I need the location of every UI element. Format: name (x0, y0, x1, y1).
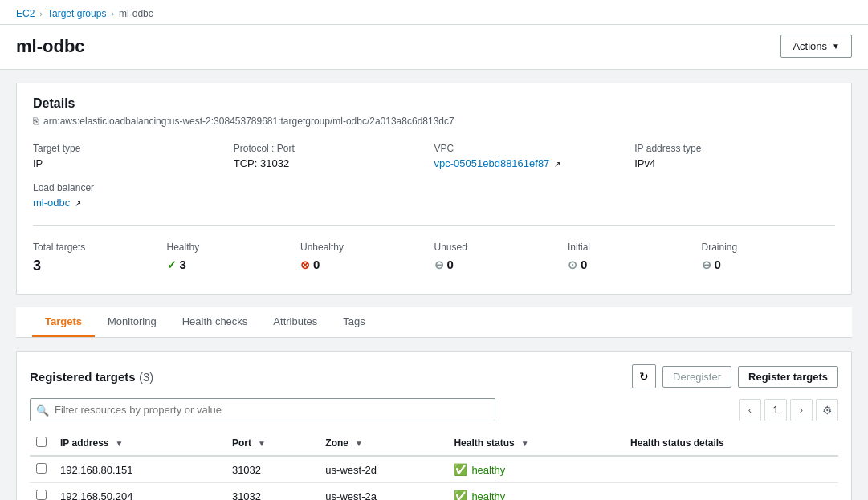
arn-value: arn:aws:elasticloadbalancing:us-west-2:3… (43, 116, 454, 127)
protocol-port-label: Protocol : Port (234, 143, 434, 154)
tab-attributes[interactable]: Attributes (260, 307, 330, 337)
stat-total: Total targets 3 (33, 238, 167, 278)
protocol-port-value: TCP: 31032 (234, 157, 434, 169)
tab-targets[interactable]: Targets (32, 307, 95, 337)
row-zone: us-west-2d (319, 456, 447, 483)
prev-page-button[interactable]: ‹ (739, 399, 761, 421)
targets-header: Registered targets (3) ↻ Deregister Regi… (30, 364, 838, 388)
row-port: 31032 (226, 456, 319, 483)
targets-count: (3) (139, 370, 153, 384)
row-zone: us-west-2a (319, 483, 447, 501)
lb-external-link-icon: ↗ (75, 199, 81, 208)
health-status-text: healthy (471, 464, 505, 476)
page-settings-button[interactable]: ⚙ (816, 399, 838, 421)
tabs-bar: Targets Monitoring Health checks Attribu… (16, 307, 852, 338)
health-check-icon: ✅ (454, 490, 467, 500)
stat-initial: Initial ⊙ 0 (568, 238, 702, 278)
details-grid-2: Load balancer ml-odbc ↗ (33, 179, 835, 218)
stat-healthy-label: Healthy (167, 242, 301, 253)
ip-address-type-label: IP address type (634, 143, 835, 154)
search-input[interactable] (30, 398, 495, 421)
healthy-check-icon: ✓ (167, 258, 177, 271)
load-balancer-label: Load balancer (33, 182, 234, 193)
breadcrumb-sep1: › (39, 9, 43, 18)
actions-caret-icon: ▼ (832, 42, 840, 51)
actions-button[interactable]: Actions ▼ (780, 35, 852, 58)
col-port: Port ▼ (226, 431, 319, 456)
copy-icon[interactable]: ⎘ (33, 116, 39, 127)
tab-health-checks[interactable]: Health checks (169, 307, 261, 337)
page-title: ml-odbc (16, 36, 85, 57)
load-balancer-link[interactable]: ml-odbc (33, 197, 70, 209)
details-title: Details (33, 96, 835, 111)
stat-draining: Draining ⊖ 0 (702, 238, 836, 278)
select-all-checkbox[interactable] (36, 437, 47, 447)
breadcrumb-ec2[interactable]: EC2 (16, 8, 35, 19)
unused-icon: ⊖ (434, 258, 444, 271)
stat-healthy: Healthy ✓ 3 (167, 238, 301, 278)
stats-row: Total targets 3 Healthy ✓ 3 Unhealthy ⊗ … (33, 238, 835, 278)
tab-monitoring[interactable]: Monitoring (95, 307, 169, 337)
col-zone: Zone ▼ (319, 431, 447, 456)
stat-unused-value: ⊖ 0 (434, 258, 568, 271)
page-header: ml-odbc Actions ▼ (0, 25, 868, 70)
actions-label: Actions (793, 40, 827, 52)
search-icon: 🔍 (36, 404, 49, 416)
row-health: ✅ healthy (447, 483, 624, 501)
row-checkbox-1[interactable] (36, 490, 47, 500)
breadcrumb-target-groups[interactable]: Target groups (47, 8, 106, 19)
stat-unused: Unused ⊖ 0 (434, 238, 568, 278)
col-ip-address: IP address ▼ (54, 431, 226, 456)
ip-address-type-item: IP address type IPv4 (634, 140, 835, 179)
row-checkbox-cell (30, 456, 54, 483)
refresh-button[interactable]: ↻ (632, 364, 656, 388)
ip-filter-icon[interactable]: ▼ (115, 439, 123, 448)
row-port: 31032 (226, 483, 319, 501)
col-health-details: Health status details (624, 431, 838, 456)
targets-card: Registered targets (3) ↻ Deregister Regi… (16, 351, 852, 500)
page-number: 1 (764, 399, 787, 421)
health-status-text: healthy (471, 490, 505, 501)
details-card: Details ⎘ arn:aws:elasticloadbalancing:u… (16, 83, 852, 295)
port-filter-icon[interactable]: ▼ (258, 439, 266, 448)
target-type-item: Target type IP (33, 140, 234, 179)
protocol-port-item: Protocol : Port TCP: 31032 (234, 140, 434, 179)
breadcrumb: EC2 › Target groups › ml-odbc (0, 0, 868, 25)
stat-total-value: 3 (33, 258, 167, 274)
vpc-link[interactable]: vpc-05051ebd88161ef87 (434, 157, 550, 169)
row-health: ✅ healthy (447, 456, 624, 483)
next-page-button[interactable]: › (790, 399, 813, 421)
table-header-row: IP address ▼ Port ▼ Zone (30, 431, 838, 456)
row-checkbox-cell (30, 483, 54, 501)
unhealthy-icon: ⊗ (300, 258, 310, 271)
stat-unhealthy-value: ⊗ 0 (300, 258, 434, 271)
stat-total-label: Total targets (33, 242, 167, 253)
search-row: 🔍 ‹ 1 › ⚙ (30, 398, 838, 421)
external-link-icon: ↗ (554, 160, 560, 169)
stat-unhealthy-label: Unhealthy (300, 242, 434, 253)
targets-actions: ↻ Deregister Register targets (632, 364, 838, 388)
details-divider (33, 225, 835, 226)
stat-initial-value: ⊙ 0 (568, 258, 702, 271)
row-health-details (624, 483, 838, 501)
stat-healthy-value: ✓ 3 (167, 258, 301, 271)
tab-tags[interactable]: Tags (330, 307, 377, 337)
stat-unused-label: Unused (434, 242, 568, 253)
details-grid: Target type IP Protocol : Port TCP: 3103… (33, 140, 835, 179)
pagination: ‹ 1 › ⚙ (729, 399, 838, 421)
row-ip: 192.168.80.151 (54, 456, 226, 483)
ip-address-type-value: IPv4 (634, 157, 835, 169)
draining-icon: ⊖ (702, 258, 711, 271)
stat-unhealthy: Unhealthy ⊗ 0 (300, 238, 434, 278)
register-targets-button[interactable]: Register targets (738, 366, 838, 388)
deregister-button[interactable]: Deregister (662, 366, 731, 388)
initial-icon: ⊙ (568, 258, 577, 271)
health-filter-icon[interactable]: ▼ (521, 439, 529, 448)
row-health-details (624, 456, 838, 483)
target-type-value: IP (33, 157, 234, 169)
zone-filter-icon[interactable]: ▼ (355, 439, 363, 448)
vpc-label: VPC (434, 143, 635, 154)
vpc-value: vpc-05051ebd88161ef87 ↗ (434, 157, 635, 169)
row-checkbox-0[interactable] (36, 463, 47, 474)
row-ip: 192.168.50.204 (54, 483, 226, 501)
